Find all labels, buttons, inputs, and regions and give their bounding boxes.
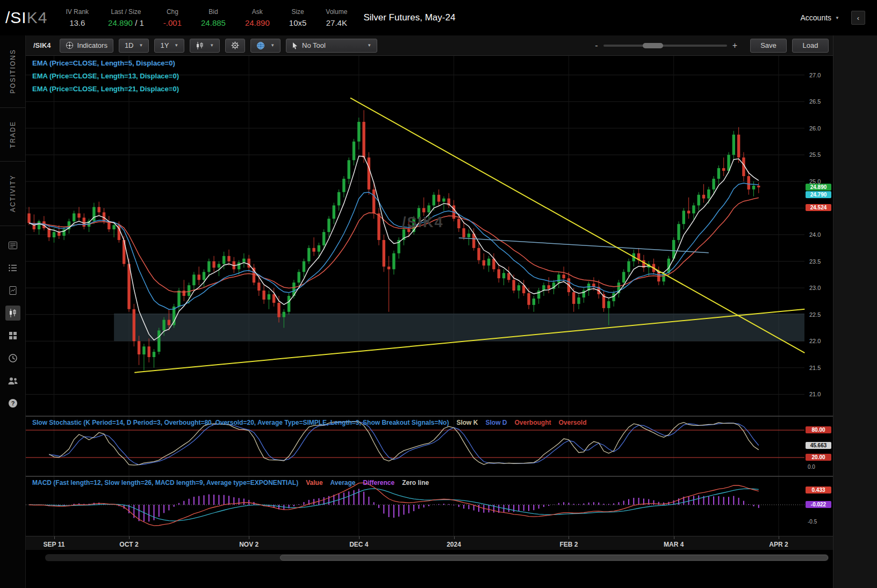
quote-field-label: Chg — [163, 8, 182, 16]
time-tick-mark — [674, 536, 674, 539]
symbol-watermark: /SIK4 — [402, 214, 444, 231]
ema13-price-bubble: 24.790 — [806, 191, 831, 198]
time-axis-label: MAR 4 — [664, 541, 684, 548]
save-button[interactable]: Save — [750, 39, 787, 53]
timeframe-value: 1D — [125, 41, 134, 49]
collapse-panel-button[interactable]: ‹ — [851, 11, 865, 25]
ema21-label[interactable]: EMA (Price=CLOSE, Length=21, Displace=0) — [32, 85, 179, 93]
quote-field-label: Last / Size — [108, 8, 144, 16]
chart-gadget: /SIK4 Indicators 1D ▼ 1Y ▼ ▼ — [26, 35, 833, 588]
svg-text:26.5: 26.5 — [809, 98, 821, 105]
time-axis-label: 2024 — [447, 541, 461, 548]
svg-text:24.0: 24.0 — [809, 231, 821, 238]
save-label: Save — [760, 41, 777, 49]
quote-field-label: Ask — [245, 8, 270, 16]
range-dropdown[interactable]: 1Y ▼ — [154, 39, 184, 53]
quote-field-label: Bid — [201, 8, 226, 16]
quote-field-value: 24.890 — [245, 18, 270, 27]
chart-settings-button[interactable] — [225, 39, 245, 53]
scrollbar-thumb[interactable] — [280, 555, 828, 561]
slow-d-label: Slow D — [485, 419, 507, 426]
cursor-arrow-icon — [292, 42, 298, 49]
zoom-out-button[interactable]: - — [595, 41, 598, 50]
timeframe-dropdown[interactable]: 1D ▼ — [119, 39, 149, 53]
stochastic-panel: Slow Stochastic (K Period=14, D Period=3… — [26, 417, 833, 476]
zoom-slider[interactable] — [603, 45, 727, 47]
quote-field-size: Size 10x5 — [289, 8, 307, 27]
macd-title[interactable]: MACD (Fast length=12, Slow length=26, MA… — [32, 479, 298, 487]
sidebar-tab-label: ACTIVITY — [9, 175, 17, 212]
oversold-label: Oversold — [558, 419, 586, 426]
macd-value-label: Value — [306, 479, 322, 487]
macd-panel: MACD (Fast length=12, Slow length=26, MA… — [26, 477, 833, 536]
trading-platform-window: /SIK4 IV Rank 13.6 Last / Size 24.890 / … — [0, 0, 877, 588]
load-label: Load — [803, 41, 818, 49]
time-axis-label: OCT 2 — [119, 541, 138, 548]
time-tick-mark — [54, 536, 55, 539]
macd-axis-label: -0.5 — [808, 519, 817, 525]
quote-field-iv-rank: IV Rank 13.6 — [66, 8, 89, 27]
zoom-control: - + — [595, 41, 737, 50]
ema21-price-bubble: 24.524 — [806, 204, 831, 211]
candlestick-chart[interactable]: 27.026.526.025.525.024.524.023.523.022.5… — [26, 56, 833, 416]
svg-text:?: ? — [11, 400, 15, 406]
time-tick-mark — [569, 536, 569, 539]
zoom-in-button[interactable]: + — [732, 41, 737, 50]
chevron-down-icon: ▼ — [210, 43, 214, 48]
grid-apps-icon[interactable] — [5, 328, 20, 343]
symbol-title: /SIK4 — [5, 9, 47, 27]
time-tick-mark — [779, 536, 779, 539]
last-price: 24.890 — [108, 18, 133, 27]
history-clock-icon[interactable] — [5, 351, 20, 366]
chart-horizontal-scrollbar[interactable] — [45, 554, 829, 561]
stochastic-legend: Slow Stochastic (K Period=14, D Period=3… — [32, 419, 587, 426]
sidebar-tab-activity[interactable]: ACTIVITY — [0, 162, 25, 226]
news-icon[interactable] — [5, 238, 20, 253]
time-axis[interactable]: SEP 11OCT 2NOV 2DEC 42024FEB 2MAR 4APR 2 — [26, 536, 833, 550]
load-button[interactable]: Load — [792, 39, 829, 53]
svg-text:21.0: 21.0 — [809, 391, 821, 397]
svg-text:22.5: 22.5 — [809, 311, 821, 318]
quote-field-label: IV Rank — [66, 8, 89, 16]
chart-type-dropdown[interactable]: ▼ — [190, 39, 220, 53]
overbought-level-bubble: 80.00 — [806, 426, 831, 433]
quote-field-value: 10x5 — [289, 18, 307, 27]
stochastic-title[interactable]: Slow Stochastic (K Period=14, D Period=3… — [32, 419, 449, 426]
time-tick-mark — [454, 536, 455, 539]
community-people-icon[interactable] — [5, 373, 20, 388]
chevron-down-icon: ▼ — [270, 43, 275, 48]
watchlist-icon[interactable] — [5, 260, 20, 275]
stochastic-value-bubble: 45.663 — [806, 442, 831, 449]
chevron-down-icon: ▼ — [174, 43, 178, 48]
last-size: / 1 — [133, 18, 144, 27]
price-chart-panel: 27.026.526.025.525.024.524.023.523.022.5… — [26, 56, 833, 416]
symbol-month: K4 — [27, 9, 48, 26]
header-right: Accounts ▼ ‹ — [800, 11, 872, 25]
svg-text:22.0: 22.0 — [809, 338, 821, 344]
svg-text:25.5: 25.5 — [809, 151, 821, 158]
sidebar-tab-positions[interactable]: POSITIONS — [0, 35, 25, 108]
range-value: 1Y — [160, 41, 169, 49]
macd-average-label: Average — [330, 479, 356, 487]
drawing-tool-dropdown[interactable]: No Tool ▼ — [286, 39, 377, 53]
indicators-button[interactable]: Indicators — [60, 39, 113, 53]
chevron-down-icon: ▼ — [139, 43, 143, 48]
macd-value-bubble: 0.433 — [806, 487, 831, 493]
time-tick-mark — [129, 536, 130, 539]
ema5-label[interactable]: EMA (Price=CLOSE, Length=5, Displace=0) — [32, 59, 179, 67]
time-axis-label: APR 2 — [769, 541, 788, 548]
zoom-slider-thumb[interactable] — [643, 43, 663, 48]
ema13-label[interactable]: EMA (Price=CLOSE, Length=13, Displace=0) — [32, 72, 179, 80]
help-icon[interactable]: ? — [5, 396, 20, 411]
svg-text:23.5: 23.5 — [809, 258, 821, 265]
svg-text:27.0: 27.0 — [809, 72, 821, 78]
chevron-down-icon: ▼ — [835, 16, 839, 20]
accounts-dropdown[interactable]: Accounts ▼ — [800, 13, 839, 22]
macd-legend: MACD (Fast length=12, Slow length=26, MA… — [32, 479, 429, 487]
report-icon[interactable] — [5, 283, 20, 298]
svg-text:23.0: 23.0 — [809, 285, 821, 291]
symbol-root: /SI — [5, 9, 27, 26]
charts-icon[interactable] — [5, 306, 20, 321]
compare-globe-dropdown[interactable]: ▼ — [250, 39, 281, 53]
sidebar-tab-trade[interactable]: TRADE — [0, 108, 25, 162]
